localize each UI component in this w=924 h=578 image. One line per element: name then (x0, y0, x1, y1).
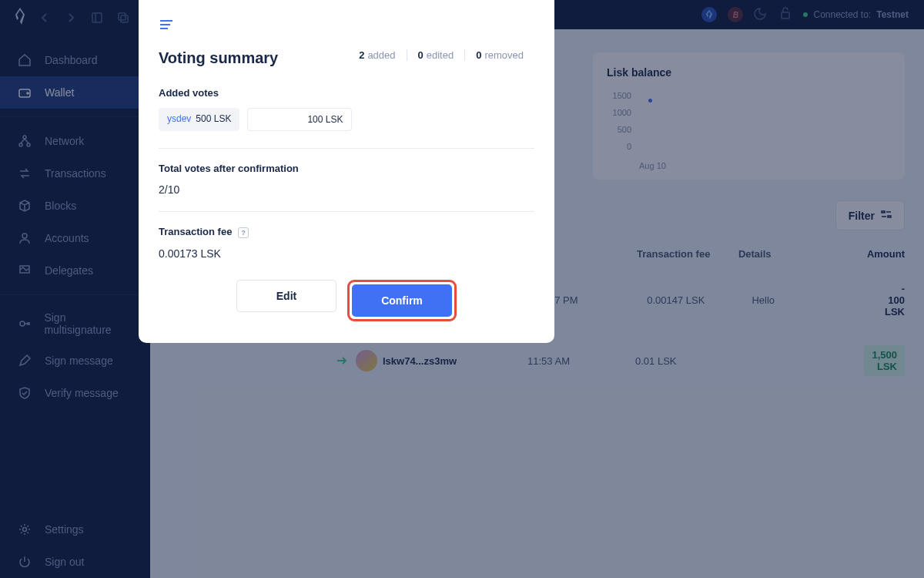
queue-icon (159, 18, 534, 34)
chip-name (256, 114, 303, 125)
total-votes-value: 2/10 (159, 183, 534, 196)
voting-summary-modal: Voting summary 2added 0edited 0removed A… (139, 0, 554, 343)
help-icon[interactable]: ? (238, 227, 249, 238)
confirm-highlight: Confirm (347, 280, 457, 321)
edit-button[interactable]: Edit (236, 280, 336, 312)
vote-chips: ysdev 500 LSK 100 LSK (159, 108, 534, 131)
chip-name: ysdev (167, 113, 191, 126)
divider (159, 211, 534, 212)
chip-amount: 500 LSK (196, 113, 231, 126)
chip-amount: 100 LSK (307, 114, 343, 125)
fee-value: 0.00173 LSK (159, 247, 534, 260)
modal-header: Voting summary 2added 0edited 0removed (159, 49, 534, 67)
stat-removed: 0removed (464, 49, 534, 61)
modal-title: Voting summary (159, 49, 278, 67)
stat-added: 2added (359, 49, 406, 61)
vote-chip[interactable]: ysdev 500 LSK (159, 108, 239, 131)
modal-stats: 2added 0edited 0removed (359, 49, 534, 61)
added-votes-label: Added votes (159, 87, 534, 99)
total-votes-label: Total votes after confirmation (159, 163, 534, 174)
confirm-button[interactable]: Confirm (352, 284, 452, 317)
fee-label: Transaction fee ? (159, 226, 534, 238)
divider (159, 148, 534, 149)
vote-chip[interactable]: 100 LSK (247, 108, 352, 131)
modal-actions: Edit Confirm (159, 280, 534, 321)
stat-edited: 0edited (407, 49, 465, 61)
